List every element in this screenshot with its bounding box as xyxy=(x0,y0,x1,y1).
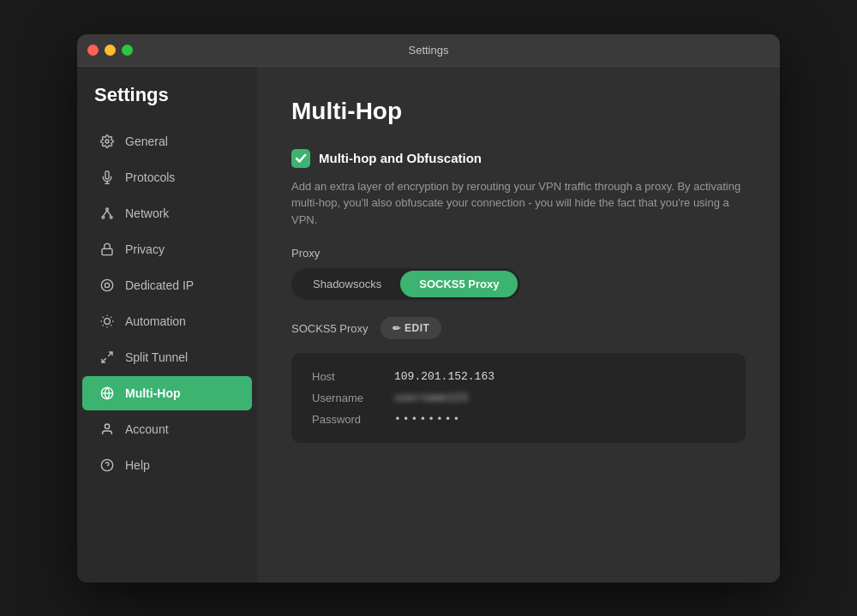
sidebar-item-label: Network xyxy=(125,206,169,220)
titlebar: Settings xyxy=(77,34,780,67)
svg-line-19 xyxy=(111,316,111,317)
app-window: Settings Settings General xyxy=(77,34,780,583)
sidebar-item-label: Multi-Hop xyxy=(125,386,181,400)
multihop-toggle[interactable] xyxy=(291,149,310,168)
svg-point-24 xyxy=(105,424,109,428)
edit-button[interactable]: ✏ EDIT xyxy=(381,317,442,339)
svg-line-7 xyxy=(107,210,111,216)
svg-point-10 xyxy=(105,283,109,287)
split-tunnel-icon xyxy=(99,350,115,365)
gear-icon xyxy=(99,134,115,149)
svg-line-21 xyxy=(102,358,106,362)
sidebar-item-label: Account xyxy=(125,422,169,436)
password-value: •••••••• xyxy=(394,413,461,426)
host-row: Host 109.201.152.163 xyxy=(312,370,725,383)
window-title: Settings xyxy=(409,44,449,57)
sidebar-item-general[interactable]: General xyxy=(82,124,252,158)
sidebar-title: Settings xyxy=(77,84,257,123)
toggle-label: Multi-hop and Obfuscation xyxy=(319,151,482,165)
username-row: Username username123 xyxy=(312,392,725,404)
window-controls xyxy=(87,45,133,56)
password-label: Password xyxy=(312,413,381,426)
socks5-proxy-label: SOCKS5 Proxy xyxy=(291,322,369,335)
svg-line-18 xyxy=(103,325,104,326)
svg-point-9 xyxy=(101,279,112,290)
sidebar-item-network[interactable]: Network xyxy=(82,196,252,230)
svg-point-0 xyxy=(105,140,109,143)
info-card: Host 109.201.152.163 Username username12… xyxy=(291,353,746,443)
sidebar-item-label: Protocols xyxy=(125,170,175,184)
account-icon xyxy=(99,422,115,437)
dedicated-ip-icon xyxy=(99,278,115,293)
automation-icon xyxy=(99,314,115,329)
edit-button-label: EDIT xyxy=(405,322,429,334)
maximize-button[interactable] xyxy=(122,45,133,56)
sidebar-item-privacy[interactable]: Privacy xyxy=(82,232,252,266)
main-content: Multi-Hop Multi-hop and Obfuscation Add … xyxy=(257,67,780,583)
socks5-edit-row: SOCKS5 Proxy ✏ EDIT xyxy=(291,317,746,339)
protocols-icon xyxy=(99,170,115,185)
proxy-type-selector: Shadowsocks SOCKS5 Proxy xyxy=(291,268,520,300)
help-icon xyxy=(99,458,115,473)
sidebar-item-label: Automation xyxy=(125,314,186,328)
edit-icon: ✏ xyxy=(393,323,401,334)
svg-point-3 xyxy=(106,208,109,211)
host-value: 109.201.152.163 xyxy=(394,370,494,383)
proxy-section-label: Proxy xyxy=(291,247,746,260)
svg-line-6 xyxy=(103,210,107,216)
sidebar-item-label: Split Tunnel xyxy=(125,350,188,364)
network-icon xyxy=(99,206,115,221)
close-button[interactable] xyxy=(87,45,99,56)
svg-point-11 xyxy=(105,318,111,324)
page-title: Multi-Hop xyxy=(291,98,746,125)
password-row: Password •••••••• xyxy=(312,413,725,426)
sidebar-item-dedicated-ip[interactable]: Dedicated IP xyxy=(82,268,252,302)
app-body: Settings General Protocols xyxy=(77,67,780,583)
sidebar-item-label: General xyxy=(125,135,168,148)
sidebar: Settings General Protocols xyxy=(77,67,257,583)
minimize-button[interactable] xyxy=(105,45,116,56)
description-text: Add an extra layer of encryption by rero… xyxy=(291,178,746,229)
sidebar-item-split-tunnel[interactable]: Split Tunnel xyxy=(82,340,252,374)
svg-point-5 xyxy=(110,216,112,218)
sidebar-item-help[interactable]: Help xyxy=(82,448,252,482)
sidebar-item-multi-hop[interactable]: Multi-Hop xyxy=(82,376,252,410)
multi-hop-icon xyxy=(99,386,115,401)
lock-icon xyxy=(99,242,115,257)
socks5-button[interactable]: SOCKS5 Proxy xyxy=(400,271,518,297)
svg-line-20 xyxy=(108,352,112,356)
sidebar-item-label: Privacy xyxy=(125,242,165,256)
sidebar-item-account[interactable]: Account xyxy=(82,412,252,446)
toggle-row: Multi-hop and Obfuscation xyxy=(291,149,746,168)
svg-point-4 xyxy=(102,216,105,218)
sidebar-item-automation[interactable]: Automation xyxy=(82,304,252,338)
username-value: username123 xyxy=(394,392,468,404)
sidebar-item-label: Dedicated IP xyxy=(125,278,194,292)
username-label: Username xyxy=(312,392,381,404)
host-label: Host xyxy=(312,370,381,383)
sidebar-item-protocols[interactable]: Protocols xyxy=(82,160,252,194)
sidebar-item-label: Help xyxy=(125,458,150,472)
svg-rect-8 xyxy=(102,248,112,254)
shadowsocks-button[interactable]: Shadowsocks xyxy=(294,271,400,297)
svg-line-15 xyxy=(111,325,111,326)
svg-line-14 xyxy=(103,316,104,317)
